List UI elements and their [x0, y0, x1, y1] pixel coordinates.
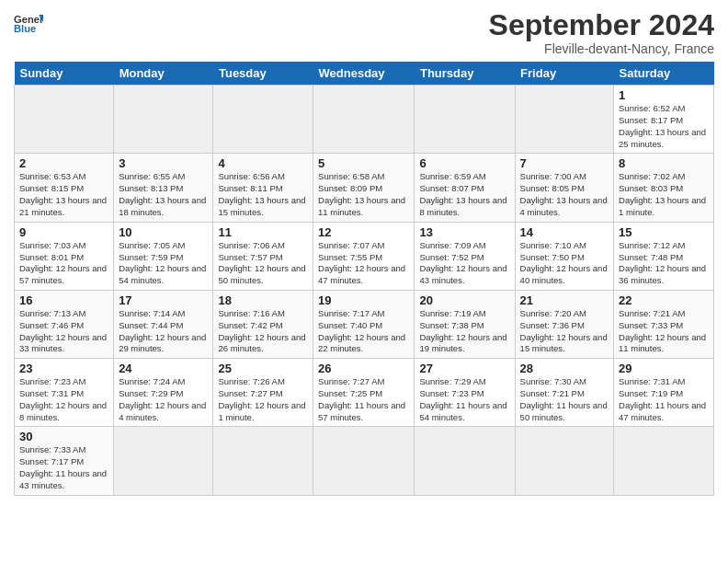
- month-title: September 2024: [489, 9, 714, 41]
- day-info: Sunrise: 7:31 AMSunset: 7:19 PMDaylight:…: [619, 376, 706, 421]
- header-thursday: Thursday: [415, 62, 515, 86]
- day-number: 26: [318, 362, 409, 375]
- calendar-cell: [114, 86, 213, 154]
- day-number: 8: [619, 156, 709, 170]
- week-row-1: 2 Sunrise: 6:53 AMSunset: 8:15 PMDayligh…: [15, 154, 714, 222]
- header-tuesday: Tuesday: [213, 62, 313, 86]
- header-friday: Friday: [515, 62, 613, 86]
- day-info: Sunrise: 6:53 AMSunset: 8:15 PMDaylight:…: [19, 171, 107, 216]
- day-number: 19: [318, 293, 409, 307]
- day-info: Sunrise: 7:33 AMSunset: 7:17 PMDaylight:…: [19, 444, 107, 489]
- day-info: Sunrise: 7:10 AMSunset: 7:50 PMDaylight:…: [520, 240, 608, 285]
- calendar-cell: 25 Sunrise: 7:26 AMSunset: 7:27 PMDaylig…: [213, 359, 313, 427]
- day-info: Sunrise: 7:06 AMSunset: 7:57 PMDaylight:…: [218, 240, 305, 285]
- week-row-2: 9 Sunrise: 7:03 AMSunset: 8:01 PMDayligh…: [15, 222, 714, 290]
- day-number: 3: [119, 156, 208, 170]
- logo-svg: General Blue: [14, 9, 43, 42]
- week-row-5: 30 Sunrise: 7:33 AMSunset: 7:17 PMDaylig…: [15, 427, 714, 495]
- calendar-cell: [614, 427, 714, 495]
- day-number: 17: [119, 293, 208, 307]
- calendar-cell: [15, 86, 114, 154]
- day-info: Sunrise: 6:56 AMSunset: 8:11 PMDaylight:…: [218, 171, 305, 216]
- header-sunday: Sunday: [15, 62, 114, 86]
- day-info: Sunrise: 7:03 AMSunset: 8:01 PMDaylight:…: [19, 240, 107, 285]
- day-number: 21: [520, 293, 609, 307]
- day-number: 30: [19, 430, 108, 443]
- calendar-cell: 6 Sunrise: 6:59 AMSunset: 8:07 PMDayligh…: [415, 154, 515, 222]
- day-info: Sunrise: 7:05 AMSunset: 7:59 PMDaylight:…: [119, 240, 206, 285]
- calendar-cell: 28 Sunrise: 7:30 AMSunset: 7:21 PMDaylig…: [515, 359, 613, 427]
- day-info: Sunrise: 6:55 AMSunset: 8:13 PMDaylight:…: [119, 171, 206, 216]
- calendar-cell: [515, 427, 613, 495]
- day-info: Sunrise: 7:12 AMSunset: 7:48 PMDaylight:…: [619, 240, 706, 285]
- day-info: Sunrise: 7:00 AMSunset: 8:05 PMDaylight:…: [520, 171, 608, 216]
- calendar-cell: 12 Sunrise: 7:07 AMSunset: 7:55 PMDaylig…: [313, 222, 415, 290]
- calendar-cell: 22 Sunrise: 7:21 AMSunset: 7:33 PMDaylig…: [614, 290, 714, 358]
- calendar-cell: 14 Sunrise: 7:10 AMSunset: 7:50 PMDaylig…: [515, 222, 613, 290]
- day-info: Sunrise: 7:27 AMSunset: 7:25 PMDaylight:…: [318, 376, 405, 421]
- day-info: Sunrise: 7:19 AMSunset: 7:38 PMDaylight:…: [419, 308, 506, 353]
- day-number: 6: [419, 156, 509, 170]
- calendar-cell: [213, 86, 313, 154]
- day-number: 25: [218, 362, 308, 375]
- day-number: 12: [318, 225, 409, 239]
- day-info: Sunrise: 7:24 AMSunset: 7:29 PMDaylight:…: [119, 376, 206, 421]
- day-info: Sunrise: 6:52 AMSunset: 8:17 PMDaylight:…: [619, 103, 706, 148]
- calendar-cell: 9 Sunrise: 7:03 AMSunset: 8:01 PMDayligh…: [15, 222, 114, 290]
- header-saturday: Saturday: [614, 62, 714, 86]
- day-info: Sunrise: 7:20 AMSunset: 7:36 PMDaylight:…: [520, 308, 608, 353]
- header-wednesday: Wednesday: [313, 62, 415, 86]
- day-number: 15: [619, 225, 709, 239]
- day-info: Sunrise: 7:29 AMSunset: 7:23 PMDaylight:…: [419, 376, 506, 421]
- calendar-cell: 30 Sunrise: 7:33 AMSunset: 7:17 PMDaylig…: [15, 427, 114, 495]
- calendar-cell: [415, 427, 515, 495]
- day-number: 13: [419, 225, 509, 239]
- day-info: Sunrise: 7:21 AMSunset: 7:33 PMDaylight:…: [619, 308, 706, 353]
- calendar-cell: [313, 427, 415, 495]
- header: General Blue September 2024 Fleville-dev…: [14, 9, 714, 56]
- calendar-cell: 16 Sunrise: 7:13 AMSunset: 7:46 PMDaylig…: [15, 290, 114, 358]
- week-row-4: 23 Sunrise: 7:23 AMSunset: 7:31 PMDaylig…: [15, 359, 714, 427]
- day-info: Sunrise: 6:59 AMSunset: 8:07 PMDaylight:…: [419, 171, 506, 216]
- day-number: 10: [119, 225, 208, 239]
- header-row: SundayMondayTuesdayWednesdayThursdayFrid…: [15, 62, 714, 86]
- calendar-cell: 23 Sunrise: 7:23 AMSunset: 7:31 PMDaylig…: [15, 359, 114, 427]
- day-info: Sunrise: 7:02 AMSunset: 8:03 PMDaylight:…: [619, 171, 706, 216]
- page-container: General Blue September 2024 Fleville-dev…: [0, 0, 728, 505]
- day-info: Sunrise: 7:16 AMSunset: 7:42 PMDaylight:…: [218, 308, 305, 353]
- calendar-cell: 26 Sunrise: 7:27 AMSunset: 7:25 PMDaylig…: [313, 359, 415, 427]
- calendar-cell: 19 Sunrise: 7:17 AMSunset: 7:40 PMDaylig…: [313, 290, 415, 358]
- calendar-cell: [515, 86, 613, 154]
- day-info: Sunrise: 7:26 AMSunset: 7:27 PMDaylight:…: [218, 376, 305, 421]
- week-row-0: 1 Sunrise: 6:52 AMSunset: 8:17 PMDayligh…: [15, 86, 714, 154]
- location-subtitle: Fleville-devant-Nancy, France: [489, 41, 714, 56]
- calendar-cell: 15 Sunrise: 7:12 AMSunset: 7:48 PMDaylig…: [614, 222, 714, 290]
- calendar-cell: 4 Sunrise: 6:56 AMSunset: 8:11 PMDayligh…: [213, 154, 313, 222]
- day-info: Sunrise: 7:17 AMSunset: 7:40 PMDaylight:…: [318, 308, 405, 353]
- day-number: 28: [520, 362, 609, 375]
- calendar-cell: [213, 427, 313, 495]
- day-number: 14: [520, 225, 609, 239]
- day-info: Sunrise: 7:30 AMSunset: 7:21 PMDaylight:…: [520, 376, 608, 421]
- calendar-cell: [415, 86, 515, 154]
- calendar-cell: 5 Sunrise: 6:58 AMSunset: 8:09 PMDayligh…: [313, 154, 415, 222]
- day-number: 23: [19, 362, 108, 375]
- day-number: 9: [19, 225, 108, 239]
- calendar-cell: 27 Sunrise: 7:29 AMSunset: 7:23 PMDaylig…: [415, 359, 515, 427]
- header-monday: Monday: [114, 62, 213, 86]
- calendar-cell: 3 Sunrise: 6:55 AMSunset: 8:13 PMDayligh…: [114, 154, 213, 222]
- day-info: Sunrise: 7:07 AMSunset: 7:55 PMDaylight:…: [318, 240, 405, 285]
- day-info: Sunrise: 7:14 AMSunset: 7:44 PMDaylight:…: [119, 308, 206, 353]
- day-number: 4: [218, 156, 308, 170]
- calendar-cell: 29 Sunrise: 7:31 AMSunset: 7:19 PMDaylig…: [614, 359, 714, 427]
- day-number: 22: [619, 293, 709, 307]
- title-block: September 2024 Fleville-devant-Nancy, Fr…: [489, 9, 714, 56]
- day-number: 5: [318, 156, 409, 170]
- day-number: 29: [619, 362, 709, 375]
- calendar-cell: [114, 427, 213, 495]
- day-info: Sunrise: 7:23 AMSunset: 7:31 PMDaylight:…: [19, 376, 107, 421]
- day-number: 18: [218, 293, 308, 307]
- calendar-cell: 18 Sunrise: 7:16 AMSunset: 7:42 PMDaylig…: [213, 290, 313, 358]
- calendar-cell: 8 Sunrise: 7:02 AMSunset: 8:03 PMDayligh…: [614, 154, 714, 222]
- calendar-cell: 24 Sunrise: 7:24 AMSunset: 7:29 PMDaylig…: [114, 359, 213, 427]
